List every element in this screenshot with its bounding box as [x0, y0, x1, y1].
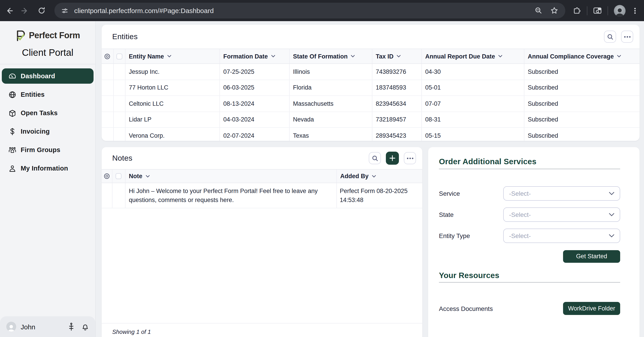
notes-header-row: Note Added By — [102, 169, 422, 183]
sidebar-item-label: Entities — [21, 91, 44, 98]
chevron-down-icon — [617, 55, 621, 58]
table-row[interactable]: Lidar LP 04-03-2024 Nevada 732189457 08-… — [102, 112, 640, 128]
sidebar-item-label: Invoicing — [21, 128, 50, 135]
sidebar-item-entities[interactable]: Entities — [2, 87, 94, 102]
site-settings-icon[interactable] — [59, 5, 70, 17]
select-all-checkbox[interactable] — [116, 53, 122, 59]
notes-search-button[interactable] — [369, 152, 381, 164]
table-row[interactable]: Jessup Inc. 07-25-2025 Illinois 74389327… — [102, 64, 640, 80]
bookmark-star-icon[interactable] — [550, 7, 558, 15]
state-label: State — [439, 211, 503, 218]
entities-search-button[interactable] — [604, 31, 616, 43]
column-header-note[interactable]: Note — [125, 170, 336, 183]
notes-footer: Showing 1 of 1 — [112, 328, 151, 335]
column-header-state-of-formation[interactable]: State Of Formation — [290, 49, 372, 64]
sidebar-nav: Dashboard Entities Open Tasks — [0, 68, 95, 176]
chevron-down-icon — [397, 55, 401, 58]
notes-card: Notes — [102, 147, 422, 337]
side-panel-search-icon[interactable] — [593, 7, 602, 15]
toolbar-separator — [608, 6, 608, 15]
entity-type-field-row: Entity Type -Select- — [439, 228, 620, 243]
add-note-button[interactable] — [386, 152, 399, 165]
address-bar[interactable]: clientportal.perfectform.com/#Page:Dashb… — [54, 3, 565, 19]
service-label: Service — [439, 190, 503, 197]
sidebar-item-dashboard[interactable]: Dashboard — [2, 68, 94, 84]
column-header-tax-id[interactable]: Tax ID — [372, 49, 422, 64]
note-added-by: Perfect Form 08-20-2025 14:53:48 — [336, 183, 422, 208]
column-header-added-by[interactable]: Added By — [336, 170, 422, 183]
entities-card: Entities Entity Name Formation Date — [102, 25, 640, 141]
column-header-annual-compliance-coverage[interactable]: Annual Compliance Coverage — [524, 49, 640, 64]
services-card: Order Additional Services Service -Selec… — [428, 147, 640, 337]
state-select[interactable]: -Select- — [503, 207, 620, 222]
browser-profile-avatar[interactable] — [614, 5, 626, 17]
people-icon — [8, 146, 16, 154]
entities-header-row: Entity Name Formation Date State Of Form… — [102, 49, 640, 64]
chevron-down-icon — [146, 175, 150, 177]
row-target-icon[interactable] — [104, 53, 110, 59]
section-divider — [439, 282, 620, 282]
table-row[interactable]: Verona Corp. 02-07-2024 Texas 289345423 … — [102, 128, 640, 141]
row-target-icon[interactable] — [104, 173, 110, 179]
list-item[interactable]: Hi John – Welcome to your Perfect Form P… — [102, 183, 422, 208]
sidebar-item-label: Open Tasks — [21, 109, 58, 117]
column-header-entity-name[interactable]: Entity Name — [125, 49, 220, 64]
sidebar-divider — [0, 64, 95, 64]
entity-type-label: Entity Type — [439, 232, 503, 239]
chevron-down-icon — [351, 55, 355, 58]
column-header-formation-date[interactable]: Formation Date — [220, 49, 290, 64]
brand-name: Perfect Form — [29, 31, 80, 41]
browser-toolbar: clientportal.perfectform.com/#Page:Dashb… — [0, 0, 644, 21]
notes-more-button[interactable] — [404, 152, 416, 164]
chevron-down-icon — [609, 234, 614, 237]
forward-icon[interactable] — [20, 5, 30, 16]
entity-type-select[interactable]: -Select- — [503, 228, 620, 243]
table-row[interactable]: 77 Horton LLC 06-03-2025 Florida 1837485… — [102, 80, 640, 96]
back-icon[interactable] — [4, 5, 14, 16]
table-row[interactable]: Celtonic LLC 08-13-2024 Massachusetts 82… — [102, 96, 640, 112]
bell-icon[interactable] — [82, 322, 89, 331]
section-divider — [439, 169, 620, 169]
accessibility-icon[interactable] — [68, 322, 75, 331]
sidebar-item-my-information[interactable]: My Information — [2, 161, 94, 176]
sidebar-item-firm-groups[interactable]: Firm Groups — [2, 142, 94, 157]
chevron-down-icon — [498, 55, 502, 58]
reload-icon[interactable] — [36, 5, 47, 16]
person-icon — [8, 164, 16, 172]
notes-title: Notes — [112, 154, 132, 163]
entities-more-button[interactable] — [621, 31, 633, 43]
note-text: Hi John – Welcome to your Perfect Form P… — [125, 183, 336, 208]
gauge-icon — [8, 72, 16, 80]
column-header-annual-report-due-date[interactable]: Annual Report Due Date — [422, 49, 524, 64]
zoom-out-icon[interactable] — [535, 7, 542, 15]
your-resources-title: Your Resources — [439, 271, 620, 280]
brand: Perfect Form — [0, 21, 95, 41]
chevron-down-icon — [372, 175, 376, 177]
user-name: John — [21, 323, 35, 330]
url-text[interactable]: clientportal.perfectform.com/#Page:Dashb… — [74, 7, 214, 15]
sidebar-item-label: My Information — [21, 165, 68, 172]
main-content: Entities Entity Name Formation Date — [96, 21, 644, 337]
service-select[interactable]: -Select- — [503, 186, 620, 200]
chevron-down-icon — [609, 191, 614, 195]
chevron-down-icon — [271, 55, 275, 58]
sidebar-item-invoicing[interactable]: Invoicing — [2, 124, 94, 139]
sidebar-item-label: Dashboard — [21, 73, 55, 80]
browser-menu-icon[interactable] — [632, 7, 638, 14]
chevron-down-icon — [167, 55, 171, 58]
workdrive-folder-button[interactable]: WorkDrive Folder — [563, 302, 620, 315]
toolbar-separator — [587, 6, 587, 15]
user-avatar — [6, 322, 16, 331]
extensions-icon[interactable] — [573, 7, 581, 15]
sidebar: Perfect Form Client Portal Dashboard Ent… — [0, 21, 96, 337]
access-documents-row: Access Documents WorkDrive Folder — [439, 302, 620, 315]
state-field-row: State -Select- — [439, 207, 620, 222]
notes-footer-divider — [102, 323, 422, 323]
get-started-button[interactable]: Get Started — [563, 250, 620, 262]
sidebar-item-open-tasks[interactable]: Open Tasks — [2, 105, 94, 121]
entities-title: Entities — [112, 32, 138, 41]
select-all-checkbox[interactable] — [116, 173, 122, 179]
order-additional-services-title: Order Additional Services — [439, 157, 620, 166]
chevron-down-icon — [609, 213, 614, 216]
dollar-icon — [8, 128, 16, 135]
